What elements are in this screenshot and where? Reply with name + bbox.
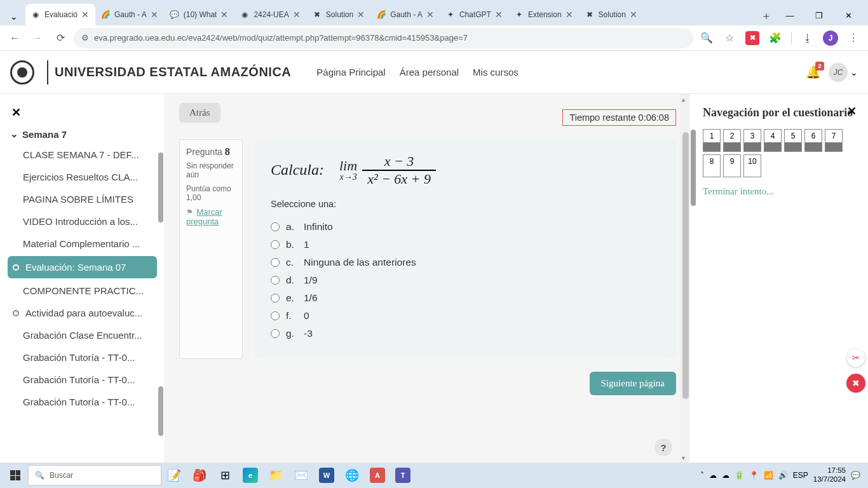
quiz-nav-question[interactable]: 6 bbox=[804, 129, 822, 152]
tray-language[interactable]: ESP bbox=[793, 471, 808, 480]
answer-radio[interactable] bbox=[271, 222, 280, 231]
scroll-down-arrow-icon[interactable]: ▾ bbox=[679, 454, 687, 461]
tray-notifications-icon[interactable]: 💬 bbox=[851, 471, 860, 480]
quiz-nav-question[interactable]: 9 bbox=[723, 154, 741, 177]
address-bar[interactable]: ⚙ eva.pregrado.uea.edu.ec/eva2424/web/mo… bbox=[74, 28, 693, 48]
tab-close-icon[interactable]: ✕ bbox=[292, 10, 302, 20]
nav-home[interactable]: Página Principal bbox=[316, 67, 385, 78]
browser-tab[interactable]: ✖ Solution ✕ bbox=[307, 4, 371, 25]
downloads-icon[interactable]: ⭳ bbox=[798, 29, 817, 48]
nav-area[interactable]: Área personal bbox=[400, 67, 459, 78]
quiz-nav-question[interactable]: 1 bbox=[703, 129, 721, 152]
screenshot-clip-icon[interactable]: ✂ bbox=[846, 348, 865, 367]
sidebar-item[interactable]: Material Complementario ... bbox=[0, 233, 165, 255]
back-button[interactable]: Atrás bbox=[179, 103, 220, 123]
answer-option[interactable]: c. Ninguna de las anteriores bbox=[271, 254, 660, 271]
window-minimize[interactable]: — bbox=[775, 5, 804, 25]
tab-close-icon[interactable]: ✕ bbox=[149, 10, 159, 20]
zoom-icon[interactable]: 🔍 bbox=[697, 29, 716, 48]
sidebar-item[interactable]: Ejercicios Resueltos CLA... bbox=[0, 166, 165, 188]
taskbar-backpack-icon[interactable]: 🎒 bbox=[187, 463, 212, 488]
extensions-puzzle-icon[interactable]: 🧩 bbox=[766, 29, 785, 48]
browser-tab[interactable]: ✦ ChatGPT ✕ bbox=[440, 4, 509, 25]
browser-tab[interactable]: ◉ 2424-UEA ✕ bbox=[234, 4, 306, 25]
nav-reload[interactable]: ⟳ bbox=[51, 29, 70, 48]
profile-avatar[interactable]: J bbox=[821, 29, 840, 48]
browser-tab[interactable]: 💬 (10) What ✕ bbox=[165, 4, 235, 25]
taskbar-teams-icon[interactable]: T bbox=[390, 463, 416, 488]
browser-tab[interactable]: 🌈 Gauth - A ✕ bbox=[95, 4, 165, 25]
tray-onedrive-icon[interactable]: ☁ bbox=[709, 471, 717, 480]
sidebar-item[interactable]: PAGINA SOBRE LÍMITES bbox=[0, 188, 165, 210]
help-button[interactable]: ? bbox=[654, 438, 672, 456]
quiz-nav-question[interactable]: 7 bbox=[825, 129, 843, 152]
answer-option[interactable]: f. 0 bbox=[271, 307, 660, 325]
panel-close-icon[interactable]: ✕ bbox=[847, 104, 857, 118]
tray-location-icon[interactable]: 📍 bbox=[749, 471, 759, 480]
bookmark-star-icon[interactable]: ☆ bbox=[720, 29, 739, 48]
browser-tab[interactable]: ◉ Evaluació ✕ bbox=[25, 4, 95, 25]
browser-tab[interactable]: ✖ Solution ✕ bbox=[580, 4, 644, 25]
sidebar-item[interactable]: CLASE SEMANA 7 - DEF... bbox=[0, 144, 165, 166]
browser-menu-icon[interactable]: ⋮ bbox=[844, 29, 863, 48]
new-tab-button[interactable]: + bbox=[757, 8, 775, 25]
next-page-button[interactable]: Siguiente página bbox=[590, 372, 676, 395]
quiz-nav-question[interactable]: 2 bbox=[723, 129, 741, 152]
sidebar-item[interactable]: Grabación Clase Encuentr... bbox=[0, 324, 165, 346]
tray-volume-icon[interactable]: 🔊 bbox=[778, 471, 788, 480]
quiz-nav-question[interactable]: 3 bbox=[743, 129, 761, 152]
main-scrollbar-thumb[interactable] bbox=[682, 132, 689, 399]
tray-wifi-icon[interactable]: 📶 bbox=[764, 471, 773, 480]
window-maximize[interactable]: ❐ bbox=[804, 5, 834, 25]
sidebar-scrollbar-thumb-lower[interactable] bbox=[158, 386, 163, 436]
answer-option[interactable]: a. Infinito bbox=[271, 218, 660, 236]
answer-radio[interactable] bbox=[271, 258, 280, 267]
sidebar-item[interactable]: Grabación Tutoría - TT-0... bbox=[0, 369, 165, 391]
quiz-nav-question[interactable]: 4 bbox=[764, 129, 782, 152]
sidebar-item[interactable]: Evaluación: Semana 07 bbox=[8, 256, 157, 278]
quiz-nav-question[interactable]: 5 bbox=[784, 129, 802, 152]
browser-tab[interactable]: ✦ Extension ✕ bbox=[509, 4, 580, 25]
answer-option[interactable]: d. 1/9 bbox=[271, 271, 660, 289]
taskbar-chrome-icon[interactable]: 🌐 bbox=[339, 463, 365, 488]
sidebar-item[interactable]: Actividad para autoevaluc... bbox=[0, 302, 165, 324]
tab-close-icon[interactable]: ✕ bbox=[80, 10, 90, 20]
answer-radio[interactable] bbox=[271, 276, 280, 285]
sidebar-item[interactable]: COMPONENTE PRACTIC... bbox=[0, 280, 165, 302]
tab-close-icon[interactable]: ✕ bbox=[356, 10, 366, 20]
taskbar-mail-icon[interactable]: ✉️ bbox=[288, 463, 314, 488]
tray-cloud-icon[interactable]: ☁ bbox=[722, 471, 729, 480]
scroll-up-arrow-icon[interactable]: ▴ bbox=[679, 95, 687, 103]
tray-chevron-icon[interactable]: ˄ bbox=[700, 471, 704, 480]
notifications-bell-icon[interactable]: 🔔 2 bbox=[806, 65, 821, 79]
taskbar-edge-icon[interactable]: e bbox=[238, 463, 263, 488]
tab-search-dropdown[interactable]: ⌄ bbox=[5, 8, 23, 25]
finish-attempt-link[interactable]: Terminar intento... bbox=[703, 186, 855, 197]
start-button[interactable] bbox=[3, 463, 28, 488]
answer-radio[interactable] bbox=[271, 311, 280, 320]
answer-radio[interactable] bbox=[271, 240, 280, 249]
sidebar-item[interactable]: VIDEO Introducción a los... bbox=[0, 210, 165, 233]
tab-close-icon[interactable]: ✕ bbox=[628, 10, 639, 20]
extension-fab-icon[interactable]: ✖ bbox=[846, 374, 865, 393]
sidebar-close-icon[interactable]: ✕ bbox=[0, 100, 165, 125]
user-menu[interactable]: JC ⌄ bbox=[829, 63, 858, 82]
answer-option[interactable]: e. 1/6 bbox=[271, 289, 660, 307]
sidebar-item[interactable]: Grabación Tutoría - TT-0... bbox=[0, 346, 165, 369]
tray-clock[interactable]: 17:55 13/7/2024 bbox=[813, 466, 846, 484]
site-settings-icon[interactable]: ⚙ bbox=[81, 33, 89, 43]
quiz-nav-question[interactable]: 8 bbox=[703, 154, 721, 177]
sidebar-scrollbar-thumb[interactable] bbox=[158, 152, 163, 222]
window-close[interactable]: ✕ bbox=[834, 5, 863, 25]
task-view-icon[interactable]: ⊞ bbox=[212, 463, 238, 488]
site-logo-icon[interactable] bbox=[10, 60, 34, 85]
browser-tab[interactable]: 🌈 Gauth - A ✕ bbox=[371, 4, 440, 25]
nav-courses[interactable]: Mis cursos bbox=[473, 67, 519, 78]
sidebar-item[interactable]: Grabación Tutoría - TT-0... bbox=[0, 391, 165, 413]
answer-radio[interactable] bbox=[271, 329, 280, 338]
taskbar-pdf-icon[interactable]: A bbox=[365, 463, 390, 488]
taskbar-word-icon[interactable]: W bbox=[314, 463, 339, 488]
right-scrollbar-thumb[interactable] bbox=[691, 130, 696, 206]
taskbar-sticky-notes-icon[interactable]: 📝 bbox=[161, 463, 187, 488]
extension-red-icon[interactable]: ✖ bbox=[743, 29, 762, 48]
